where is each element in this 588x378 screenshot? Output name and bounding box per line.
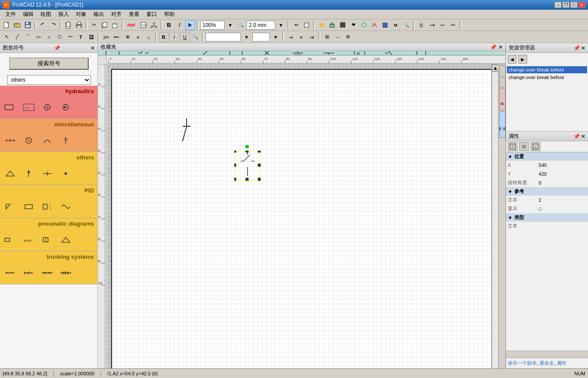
misc-sym-2[interactable]: [22, 134, 35, 147]
tb-extra-14[interactable]: [438, 20, 447, 30]
pid-sym-2[interactable]: [22, 200, 35, 213]
others-sym-4[interactable]: [59, 167, 72, 180]
junction-tool[interactable]: ⊕: [123, 32, 132, 42]
right-side-btn-3[interactable]: 资源管理: [499, 111, 506, 138]
fav-sym-diag[interactable]: [194, 51, 216, 56]
arrow-select-btn[interactable]: [185, 20, 195, 30]
fav-sym-relay[interactable]: [379, 51, 401, 56]
hyd-sym-3[interactable]: [41, 101, 54, 114]
close-button[interactable]: ✕: [578, 2, 585, 8]
trunk-sym-1[interactable]: [4, 266, 17, 280]
zoom-btn[interactable]: ▼: [225, 20, 235, 30]
search-symbol-btn[interactable]: 搜索符号: [9, 57, 89, 70]
fav-sym-t-junction[interactable]: [318, 51, 340, 56]
fav-sym-component[interactable]: [410, 51, 432, 56]
save-btn[interactable]: [23, 20, 33, 30]
wire-tool[interactable]: [112, 32, 122, 42]
new-btn[interactable]: [2, 20, 11, 30]
collapse-position[interactable]: ▼: [508, 154, 513, 159]
right-side-btn-1[interactable]: 🔍: [499, 65, 506, 87]
align-left-text[interactable]: ⫤: [286, 32, 296, 42]
text-tool[interactable]: T: [76, 32, 86, 42]
undo-btn[interactable]: [38, 20, 48, 30]
tb-extra-11[interactable]: 🔍: [401, 20, 411, 30]
resource-next-btn[interactable]: ▶: [518, 55, 527, 64]
resource-close[interactable]: ✕: [581, 45, 585, 51]
menu-insert[interactable]: 插入: [55, 10, 72, 19]
align-left-btn[interactable]: B: [159, 32, 169, 42]
cut-btn[interactable]: ✂: [89, 20, 99, 30]
tb-extra-12[interactable]: |||: [416, 20, 426, 30]
label-tool[interactable]: ⎁: [144, 32, 154, 42]
bezier-tool[interactable]: 〜: [65, 32, 75, 42]
hyd-sym-4[interactable]: [59, 101, 72, 114]
zoom-in-btn[interactable]: 🔍: [236, 20, 246, 30]
menu-window[interactable]: 窗口: [143, 10, 161, 19]
misc-sym-4[interactable]: [59, 134, 72, 147]
tb-extra-3[interactable]: ▦: [317, 20, 326, 30]
tb-extra-10[interactable]: M: [391, 20, 401, 30]
pneu-sym-3[interactable]: [41, 233, 54, 246]
favorites-pin[interactable]: 📌: [490, 44, 497, 50]
rename-link[interactable]: 重命名: [539, 360, 554, 366]
tb-extra-4[interactable]: [327, 20, 337, 30]
align-center-btn[interactable]: I: [169, 32, 179, 42]
hyd-sym-1[interactable]: __: [4, 101, 17, 114]
menu-object[interactable]: 对象: [72, 10, 90, 19]
tb-extra-5[interactable]: ⬛: [338, 20, 348, 30]
zoom-btn-2[interactable]: 🔍: [191, 32, 200, 42]
scrollbar-v[interactable]: ▲ ▼: [491, 64, 498, 368]
export-btn[interactable]: DXF: [139, 20, 148, 30]
settings-btn[interactable]: ⚙: [343, 32, 353, 42]
tb-extra-15[interactable]: [448, 20, 458, 30]
tb-extra-6[interactable]: ❤: [348, 20, 358, 30]
font-size-btn[interactable]: ▼: [271, 32, 281, 42]
resource-item-2[interactable]: change-over break before: [507, 74, 587, 81]
menu-output[interactable]: 输出: [90, 10, 108, 19]
tb-extra-13[interactable]: [427, 20, 437, 30]
tb-extra-8[interactable]: [370, 20, 379, 30]
props-btn-1[interactable]: [508, 142, 517, 151]
resource-prev-btn[interactable]: ◀: [508, 55, 517, 64]
fav-sym-switch1[interactable]: [132, 51, 154, 56]
menu-help[interactable]: 帮助: [161, 10, 178, 19]
tb-extra-2[interactable]: [302, 20, 311, 30]
fav-sym-x[interactable]: [256, 51, 278, 56]
line-tool[interactable]: ╱: [12, 32, 22, 42]
font-size-input[interactable]: [252, 33, 270, 42]
props-btn-3[interactable]: A: [531, 142, 540, 151]
print-preview-btn[interactable]: [64, 20, 73, 30]
pointer-tool[interactable]: ↖: [2, 32, 11, 42]
props-btn-2[interactable]: [519, 142, 529, 151]
mm-btn[interactable]: ▼: [276, 20, 286, 30]
maximize-button[interactable]: □: [570, 2, 577, 8]
align-center-text[interactable]: ≡: [296, 32, 306, 42]
zoom-input[interactable]: 100%: [200, 21, 225, 30]
copy-btn[interactable]: [100, 20, 109, 30]
pneu-sym-1[interactable]: [4, 233, 17, 246]
restore-button[interactable]: ❐: [562, 2, 569, 8]
pneu-sym-2[interactable]: pump: [22, 233, 35, 246]
netlist-btn[interactable]: [149, 20, 159, 30]
canvas[interactable]: ◀ ▶ ▲ ▼: [107, 64, 498, 368]
pin-tool[interactable]: pin: [101, 32, 111, 42]
right-side-btn-2[interactable]: 磁: [499, 88, 506, 110]
image-tool[interactable]: 🖼: [86, 32, 96, 42]
fav-sym-switch2[interactable]: [163, 51, 185, 56]
hyd-sym-2[interactable]: elec: [22, 101, 35, 114]
tb-extra-1[interactable]: ⇔: [291, 20, 301, 30]
resource-pin[interactable]: 📌: [573, 45, 580, 51]
props-pin[interactable]: 📌: [573, 133, 580, 140]
tb-extra-9[interactable]: [380, 20, 390, 30]
font-btn[interactable]: ▼: [242, 32, 251, 42]
mm-input[interactable]: 2.0 mm: [247, 21, 275, 30]
open-btn[interactable]: [12, 20, 22, 30]
properties-link[interactable]: 属性: [557, 360, 566, 366]
others-sym-1[interactable]: [4, 167, 17, 180]
ellipse-tool[interactable]: ○: [44, 32, 54, 42]
fav-sym-ground[interactable]: [287, 51, 309, 56]
table-btn[interactable]: ⊞: [322, 32, 332, 42]
menu-file[interactable]: 文件: [2, 10, 19, 19]
fav-sym-circle[interactable]: [101, 51, 124, 56]
menu-draw[interactable]: 绘图: [37, 10, 55, 19]
